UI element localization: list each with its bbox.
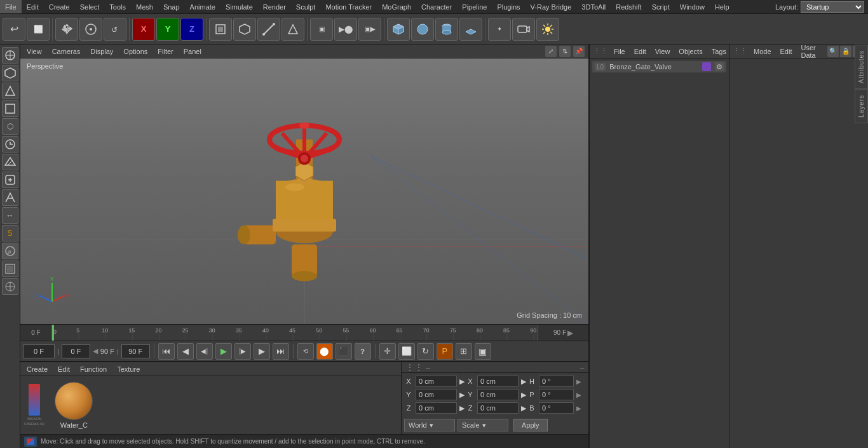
coord-arrow-z1[interactable]: ▶ xyxy=(459,404,463,412)
camera-button[interactable] xyxy=(512,18,535,41)
viewport-canvas[interactable]: Perspective xyxy=(20,58,588,324)
vp-menu-options[interactable]: Options xyxy=(121,46,150,57)
attr-menu-userdata[interactable]: User Data xyxy=(799,43,824,60)
table-row[interactable]: L0 Bronze_Gate_Valve xyxy=(592,61,726,72)
coord-arrow-y1[interactable]: ▶ xyxy=(459,391,463,399)
obj-color-dot[interactable] xyxy=(702,62,711,71)
sidebar-btn-2[interactable] xyxy=(2,65,18,81)
sidebar-btn-7[interactable] xyxy=(2,154,18,170)
menu-create[interactable]: Create xyxy=(44,0,75,13)
vp-menu-cameras[interactable]: Cameras xyxy=(50,46,83,57)
sidebar-btn-11[interactable]: S xyxy=(2,225,18,241)
render-btn-right[interactable]: ▣ xyxy=(475,343,491,360)
current-frame-input[interactable] xyxy=(23,344,55,358)
axis-z-button[interactable]: Z xyxy=(180,18,203,41)
menu-sculpt[interactable]: Sculpt xyxy=(291,0,321,13)
obj-menu-edit[interactable]: Edit xyxy=(632,46,649,57)
scale-snap-button[interactable]: ⬜ xyxy=(398,343,415,360)
menu-motion-tracker[interactable]: Motion Tracker xyxy=(320,0,377,13)
apply-button[interactable]: Apply xyxy=(513,419,548,431)
menu-window[interactable]: Window xyxy=(675,0,710,13)
menu-3dtoall[interactable]: 3DToAll xyxy=(576,0,611,13)
coord-b-input[interactable] xyxy=(539,402,574,414)
axis-y-button[interactable]: Y xyxy=(156,18,179,41)
prev-key-button[interactable]: ◀| xyxy=(196,343,213,360)
layout-dropdown[interactable]: Startup Standard xyxy=(801,1,864,13)
plane-button[interactable] xyxy=(459,18,482,41)
mat-menu-edit[interactable]: Edit xyxy=(55,364,72,374)
scale-dropdown[interactable]: Scale ▾ xyxy=(458,419,508,431)
stop-button[interactable]: ⬛ xyxy=(336,343,352,360)
coord-z-pos-input[interactable] xyxy=(416,402,457,414)
coord-arrow-z2[interactable]: ▶ xyxy=(521,404,525,412)
null-button[interactable]: ✦ xyxy=(488,18,511,41)
mat-menu-function[interactable]: Function xyxy=(78,364,109,374)
material-ball-water[interactable] xyxy=(55,382,93,420)
sidebar-btn-9[interactable] xyxy=(2,189,18,206)
viewport-icon-expand[interactable]: ⤢ xyxy=(545,46,557,57)
menu-script[interactable]: Script xyxy=(647,0,675,13)
coord-y-rot-input[interactable] xyxy=(477,389,519,400)
coord-p-arrow[interactable]: ▶ xyxy=(576,391,581,398)
menu-redshift[interactable]: Redshift xyxy=(611,0,646,13)
timeline-track[interactable]: 0 5 10 15 20 25 xyxy=(52,325,538,341)
coord-h-input[interactable] xyxy=(539,376,574,387)
start-frame-input[interactable] xyxy=(62,344,90,358)
sidebar-btn-10[interactable]: ↔ xyxy=(2,207,18,224)
grid-button[interactable]: ⊞ xyxy=(456,343,472,360)
menu-mesh[interactable]: Mesh xyxy=(131,0,158,13)
rotate-tool-button[interactable]: ↺ xyxy=(104,18,126,41)
sidebar-btn-5[interactable]: ⬡ xyxy=(2,118,18,135)
render-view-button[interactable]: ▶⬤ xyxy=(334,18,357,41)
next-key-button[interactable]: |▶ xyxy=(234,343,251,360)
mat-menu-texture[interactable]: Texture xyxy=(114,364,142,374)
point-mode-button[interactable] xyxy=(281,18,304,41)
timeline-end-arrow[interactable]: ▶ xyxy=(567,329,573,337)
menu-file[interactable]: File xyxy=(0,0,22,13)
sidebar-btn-4[interactable] xyxy=(2,100,18,117)
end-frame-input[interactable] xyxy=(121,344,150,358)
rotate-snap-button[interactable]: ↻ xyxy=(417,343,434,360)
sidebar-btn-6[interactable] xyxy=(2,136,18,153)
coord-h-arrow[interactable]: ▶ xyxy=(576,378,581,385)
key-button[interactable]: ⬤ xyxy=(316,343,333,360)
obj-menu-view[interactable]: View xyxy=(653,46,673,57)
viewport-icon-arrows[interactable]: ⇅ xyxy=(559,46,571,57)
menu-select[interactable]: Select xyxy=(75,0,105,13)
obj-visibility-icon[interactable] xyxy=(715,62,724,71)
next-frame-button[interactable]: ▶ xyxy=(254,343,270,360)
undo-button[interactable]: ↩ xyxy=(3,18,25,41)
move-snap-button[interactable]: ✛ xyxy=(379,343,396,360)
menu-edit[interactable]: Edit xyxy=(22,0,44,13)
coord-x-rot-input[interactable] xyxy=(477,376,519,387)
menu-pipeline[interactable]: Pipeline xyxy=(457,0,492,13)
scale-tool-button[interactable] xyxy=(79,18,102,41)
timeline-ruler[interactable]: 0 F 0 5 10 xyxy=(20,324,588,341)
coord-arrow-x1[interactable]: ▶ xyxy=(459,377,463,386)
attr-menu-mode[interactable]: Mode xyxy=(751,46,774,57)
goto-end-button[interactable]: ⏭ xyxy=(273,343,289,360)
menu-help[interactable]: Help xyxy=(710,0,735,13)
goto-start-button[interactable]: ⏮ xyxy=(158,343,175,360)
redo-button[interactable]: ⬜ xyxy=(27,18,50,41)
menu-vray[interactable]: V-Ray Bridge xyxy=(526,0,577,13)
sphere-button[interactable] xyxy=(411,18,434,41)
material-item-water[interactable]: Water_C xyxy=(55,382,93,429)
cylinder-button[interactable] xyxy=(435,18,458,41)
menu-tools[interactable]: Tools xyxy=(104,0,131,13)
help-button[interactable]: ? xyxy=(355,343,371,360)
vp-menu-filter[interactable]: Filter xyxy=(155,46,175,57)
cube-button[interactable] xyxy=(387,18,410,41)
vp-menu-panel[interactable]: Panel xyxy=(181,46,204,57)
menu-plugins[interactable]: Plugins xyxy=(492,0,525,13)
attr-menu-edit[interactable]: Edit xyxy=(778,46,795,57)
coord-arrow-x2[interactable]: ▶ xyxy=(521,377,525,386)
attr-search-icon[interactable]: 🔍 xyxy=(827,46,839,57)
viewport-icon-pin[interactable]: 📌 xyxy=(573,46,585,57)
tab-layers[interactable]: Layers xyxy=(855,89,868,123)
menu-mograph[interactable]: MoGraph xyxy=(377,0,416,13)
loop-button[interactable]: ⟲ xyxy=(297,343,314,360)
coord-arrow-y2[interactable]: ▶ xyxy=(521,391,525,399)
menu-snap[interactable]: Snap xyxy=(158,0,185,13)
menu-animate[interactable]: Animate xyxy=(185,0,220,13)
